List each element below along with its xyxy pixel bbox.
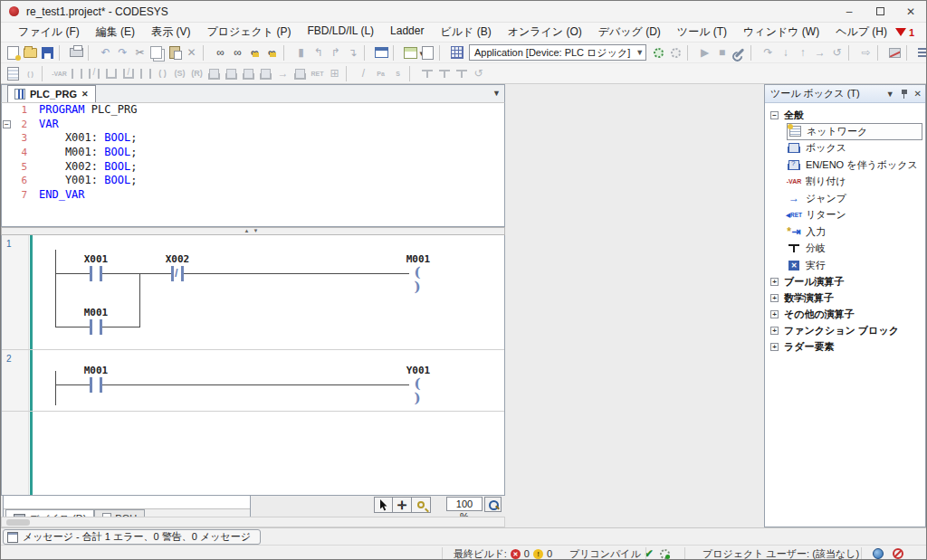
code-line[interactable]: 1PROGRAM PLC_PRG <box>2 103 504 118</box>
repair-pou-button[interactable]: ↺ <box>470 65 487 82</box>
category-expander[interactable]: + <box>770 278 779 286</box>
toggle-bookmark-button[interactable]: ▮ <box>292 44 310 62</box>
category-expander[interactable]: + <box>770 327 779 335</box>
insert-branch-above-button[interactable] <box>435 65 453 82</box>
build-button[interactable] <box>448 44 465 62</box>
insert-jump-button[interactable]: → <box>274 65 291 82</box>
next-statement-button[interactable]: ⇨ <box>857 44 874 62</box>
category-expander[interactable]: − <box>770 111 779 119</box>
code-line[interactable]: 6 Y001: BOOL; <box>2 174 504 188</box>
incremental-search-button[interactable]: ∞ <box>229 44 246 62</box>
cut-button[interactable]: ✂ <box>131 44 148 62</box>
open-project-button[interactable] <box>22 44 39 62</box>
insert-empty-box-with-eneno-button[interactable] <box>257 65 274 82</box>
menu-d[interactable]: デバッグ (D) <box>590 23 669 42</box>
step-over-button[interactable]: ↷ <box>760 44 777 62</box>
coil-m001[interactable]: ( ) <box>409 265 427 281</box>
step-out-button[interactable]: ↑ <box>794 44 811 62</box>
replace-all-button[interactable] <box>263 44 281 62</box>
editor-splitter[interactable]: ▲▼ <box>1 227 505 235</box>
toolbox-item-branch[interactable]: 分岐 <box>787 241 925 258</box>
insert-parallel-contact-button[interactable] <box>102 65 119 82</box>
insert-contact-right-button[interactable] <box>137 65 154 82</box>
notifications-flag[interactable]: 1 <box>895 27 914 38</box>
menu-f[interactable]: ファイル (F) <box>10 23 88 42</box>
ladder-zoom-input[interactable]: 100 % <box>446 497 483 511</box>
category-expander[interactable]: + <box>770 343 779 351</box>
minimize-button[interactable]: – <box>834 1 865 22</box>
declaration-editor[interactable]: 1PROGRAM PLC_PRG−2VAR3 X001: BOOL;4 M001… <box>1 102 505 227</box>
menu-p[interactable]: プロジェクト (P) <box>198 23 299 42</box>
menu-fbdldill[interactable]: FBD/LD/IL (L) <box>300 23 383 42</box>
active-application-selector[interactable]: Application [Device: PLC ロジック] ▼ <box>469 44 646 61</box>
run-to-cursor-button[interactable]: → <box>811 44 828 62</box>
category-expander[interactable]: + <box>770 294 779 302</box>
pan-tool-button[interactable]: ✛ <box>393 497 412 513</box>
code-line[interactable]: −2VAR <box>2 118 504 132</box>
insert-empty-box-button[interactable] <box>240 65 257 82</box>
insert-input-button[interactable]: ⊞ <box>326 65 343 82</box>
insert-branch-button[interactable] <box>418 65 435 82</box>
contact-x001[interactable] <box>90 266 102 281</box>
tab-plc-prg[interactable]: PLC_PRG ✕ <box>7 85 96 102</box>
code-line[interactable]: 5 X002: BOOL; <box>2 160 504 175</box>
menu-v[interactable]: 表示 (V) <box>143 23 198 42</box>
insert-box-with-eneno-button[interactable] <box>223 65 240 82</box>
insert-parallel-negated-contact-button[interactable] <box>119 65 137 82</box>
toolbox-item-execute[interactable]: ✕実行 <box>787 257 925 274</box>
insert-comment-button[interactable]: ( ) <box>22 65 39 82</box>
delete-button[interactable]: ✕ <box>183 44 200 62</box>
toolbox-item-jump[interactable]: →ジャンプ <box>787 190 925 207</box>
zoom-tool-button[interactable] <box>412 497 431 513</box>
stop-button[interactable]: ■ <box>713 44 731 62</box>
toolbox-category-expanded[interactable]: −全般 <box>765 107 925 123</box>
negate-button[interactable]: / <box>355 65 372 82</box>
watch-view-dropdown-button[interactable] <box>402 44 419 62</box>
insert-branch-below-button[interactable] <box>453 65 470 82</box>
maximize-button[interactable] <box>865 1 895 22</box>
menu-o[interactable]: オンライン (O) <box>500 23 590 42</box>
toolbox-item-input[interactable]: ⇥入力 <box>787 223 925 241</box>
paste-button[interactable] <box>166 44 183 62</box>
menu-t[interactable]: ツール (T) <box>669 23 735 42</box>
clear-bookmarks-button[interactable]: ↴ <box>344 44 361 62</box>
find-and-replace-button[interactable] <box>246 44 263 62</box>
scrollbar-thumb[interactable] <box>6 519 30 526</box>
menu-ladder[interactable]: Ladder <box>382 23 432 42</box>
menu-b[interactable]: ビルド (B) <box>432 23 499 42</box>
contact-m001[interactable] <box>90 377 102 393</box>
redo-button[interactable]: ↷ <box>114 44 131 62</box>
code-line[interactable]: 7END_VAR <box>2 188 504 203</box>
toolbox-item-return[interactable]: ◀RETリターン <box>787 207 925 224</box>
save-project-button[interactable] <box>39 44 56 62</box>
toolbox-category-collapsed[interactable]: +その他の演算子 <box>765 307 925 323</box>
set-reset-button[interactable]: S <box>389 65 406 82</box>
login-button[interactable] <box>650 44 667 62</box>
messages-view-button[interactable] <box>373 44 390 62</box>
insert-box-button[interactable] <box>205 65 223 82</box>
new-project-button[interactable] <box>5 44 22 62</box>
select-tool-button[interactable] <box>374 497 393 513</box>
insert-network-button[interactable] <box>5 65 22 82</box>
start-button[interactable]: ▶ <box>696 44 713 62</box>
menu-w[interactable]: ウィンドウ (W) <box>735 23 827 42</box>
insert-coil-button[interactable]: ( ) <box>154 65 171 82</box>
code-line[interactable]: 4 M001: BOOL; <box>2 146 504 160</box>
next-bookmark-button[interactable]: ↱ <box>327 44 344 62</box>
toolbox-item-box[interactable]: ボックス <box>787 140 925 157</box>
menu-e[interactable]: 編集 (E) <box>88 23 143 42</box>
toolbox-category-collapsed[interactable]: +ファンクション ブロック <box>765 323 925 339</box>
toolbox-category-collapsed[interactable]: +数学演算子 <box>765 290 925 307</box>
filter-list-button[interactable] <box>915 44 927 62</box>
ladder-zoom-fit-button[interactable] <box>484 497 502 512</box>
insert-negated-contact-button[interactable] <box>85 65 102 82</box>
horizontal-scrollbar[interactable] <box>1 517 505 527</box>
new-screen-button[interactable] <box>419 44 436 62</box>
toggle-breakpoint-button[interactable] <box>886 44 903 62</box>
tab-close-icon[interactable]: ✕ <box>81 90 89 99</box>
undo-button[interactable]: ↶ <box>97 44 114 62</box>
edge-detection-button[interactable]: Pa <box>372 65 389 82</box>
insert-assignment-button[interactable]: -VAR <box>51 65 68 82</box>
panel-menu-chevron-icon[interactable]: ▼ <box>886 90 894 99</box>
contact-x002-negated[interactable] <box>171 266 184 281</box>
